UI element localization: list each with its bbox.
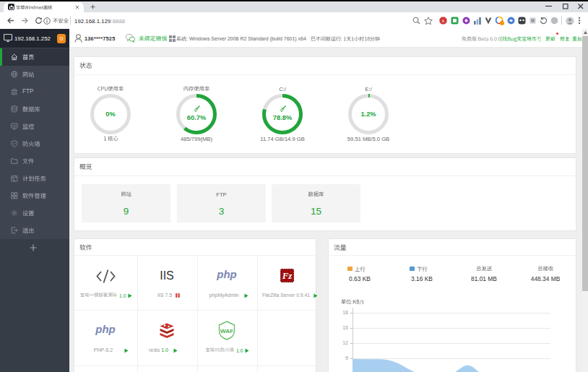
svg-text:Fz: Fz	[282, 270, 293, 281]
svg-text:WAF: WAF	[220, 328, 233, 334]
